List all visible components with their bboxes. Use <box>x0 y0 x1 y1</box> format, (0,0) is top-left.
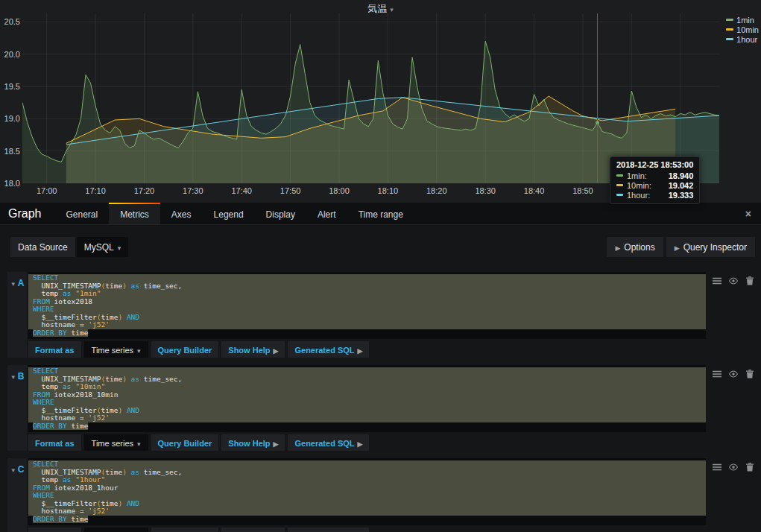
legend-item-10min[interactable]: 10min <box>726 25 759 34</box>
sql-line: $__timeFilter(time) AND <box>28 314 706 322</box>
x-axis-tick: 18:50 <box>566 186 599 195</box>
query-delete-trash-icon[interactable] <box>745 276 755 286</box>
tab-general[interactable]: General <box>54 203 109 224</box>
tooltip-row: 10min:19.042 <box>616 180 693 190</box>
query-toggle-visibility-eye-icon[interactable] <box>728 369 739 379</box>
sql-line: ORDER BY time <box>28 329 706 338</box>
query-builder-button[interactable]: Query Builder <box>151 341 219 358</box>
sql-line: temp as "1min" <box>28 290 706 298</box>
query-menu-icon[interactable] <box>712 276 722 286</box>
panel-title-dropdown[interactable]: 気温▾ <box>0 2 761 16</box>
editor-tabs: GeneralMetricsAxesLegendDisplayAlertTime… <box>54 203 414 224</box>
x-axis-tick: 18:40 <box>518 186 551 195</box>
close-editor-icon[interactable]: × <box>736 203 761 224</box>
query-toggle-visibility-eye-icon[interactable] <box>728 276 739 286</box>
legend-series-color <box>726 19 733 21</box>
chevron-right-icon: ▶ <box>675 244 680 252</box>
datasource-label: Data Source <box>10 237 75 257</box>
query-delete-trash-icon[interactable] <box>745 462 755 472</box>
sql-line: ORDER BY time <box>28 516 706 524</box>
tab-metrics[interactable]: Metrics <box>109 203 160 224</box>
sql-line: hostname = 'j52' <box>28 414 706 422</box>
query-icon-group-B <box>706 365 755 451</box>
generated-sql-button[interactable]: Generated SQL▶ <box>288 528 369 532</box>
query-menu-icon[interactable] <box>712 369 722 379</box>
query-actions-C: Format asTime series▾Query BuilderShow H… <box>28 528 706 532</box>
query-ref-label: B <box>18 371 25 381</box>
options-button[interactable]: ▶Options <box>607 237 663 257</box>
legend-item-1min[interactable]: 1min <box>726 15 759 25</box>
panel-menu-caret-icon: ▾ <box>390 6 394 13</box>
query-actions-A: Format asTime series▾Query BuilderShow H… <box>28 341 706 358</box>
x-axis-tick: 18:10 <box>371 186 404 195</box>
query-builder-button[interactable]: Query Builder <box>151 434 219 451</box>
tab-legend[interactable]: Legend <box>203 203 255 224</box>
query-inspector-button[interactable]: ▶Query Inspector <box>666 237 755 257</box>
y-axis-tick: 18.0 <box>1 179 20 188</box>
show-help-button[interactable]: Show Help▶ <box>221 528 285 532</box>
query-icon-group-C <box>706 458 755 532</box>
sql-editor-C[interactable]: SELECT UNIX_TIMESTAMP(time) as time_sec,… <box>28 458 706 525</box>
tab-alert[interactable]: Alert <box>306 203 347 224</box>
sql-line: UNIX_TIMESTAMP(time) as time_sec, <box>28 469 706 477</box>
chevron-down-icon: ▾ <box>118 244 121 252</box>
generated-sql-button[interactable]: Generated SQL▶ <box>288 434 369 451</box>
sql-editor-B[interactable]: SELECT UNIX_TIMESTAMP(time) as time_sec,… <box>28 365 706 432</box>
sql-line: $__timeFilter(time) AND <box>28 407 706 415</box>
format-as-label: Format as <box>28 434 81 451</box>
sql-line: hostname = 'j52' <box>28 507 706 516</box>
x-axis-tick: 17:30 <box>177 186 209 195</box>
query-collapse-B[interactable]: ▼B <box>7 365 27 451</box>
legend-series-color <box>726 38 733 40</box>
generated-sql-button[interactable]: Generated SQL▶ <box>288 341 369 358</box>
sql-line: hostname = 'j52' <box>28 321 706 329</box>
sql-line: FROM iotex2018_10min <box>28 391 706 399</box>
show-help-button[interactable]: Show Help▶ <box>221 434 285 451</box>
x-axis-tick: 18:20 <box>420 186 453 195</box>
datasource-select[interactable]: MySQL▾ <box>77 237 129 257</box>
chevron-right-icon: ▶ <box>274 440 279 448</box>
query-collapse-C[interactable]: ▼C <box>7 458 27 532</box>
query-toggle-visibility-eye-icon[interactable] <box>728 462 739 472</box>
sql-line: ORDER BY time <box>28 422 706 431</box>
format-as-select[interactable]: Time series▾ <box>84 341 148 358</box>
legend-item-1hour[interactable]: 1hour <box>726 34 759 44</box>
query-menu-icon[interactable] <box>712 462 722 472</box>
query-builder-button[interactable]: Query Builder <box>151 528 219 532</box>
chart-legend: 1min10min1hour <box>726 15 759 44</box>
chevron-down-icon: ▾ <box>137 440 141 448</box>
sql-editor-A[interactable]: SELECT UNIX_TIMESTAMP(time) as time_sec,… <box>28 272 706 339</box>
editor-tabbar: Graph GeneralMetricsAxesLegendDisplayAle… <box>0 203 761 225</box>
query-list: ▼ASELECT UNIX_TIMESTAMP(time) as time_se… <box>7 272 755 532</box>
y-axis-tick: 20.5 <box>1 17 20 26</box>
sql-line: temp as "10min" <box>28 383 706 391</box>
query-row-B: ▼BSELECT UNIX_TIMESTAMP(time) as time_se… <box>7 365 755 451</box>
datasource-row: Data Source MySQL▾ ▶Options ▶Query Inspe… <box>10 237 755 257</box>
sql-line: UNIX_TIMESTAMP(time) as time_sec, <box>28 282 706 291</box>
x-axis-tick: 17:50 <box>274 186 307 195</box>
x-axis-tick: 17:40 <box>225 186 258 195</box>
tab-time-range[interactable]: Time range <box>347 203 414 224</box>
x-axis-tick: 17:10 <box>79 186 112 195</box>
tooltip-row: 1min:18.940 <box>616 171 693 180</box>
y-axis-tick: 19.0 <box>1 114 20 123</box>
x-axis-tick: 17:00 <box>31 186 63 195</box>
format-as-select[interactable]: Time series▾ <box>84 528 148 532</box>
query-ref-label: C <box>18 464 25 475</box>
tooltip-timestamp: 2018-12-25 18:53:00 <box>616 160 693 169</box>
sql-line: FROM iotex2018 <box>28 298 706 306</box>
query-collapse-A[interactable]: ▼A <box>7 272 27 358</box>
format-as-select[interactable]: Time series▾ <box>84 434 148 451</box>
tab-axes[interactable]: Axes <box>160 203 203 224</box>
tab-display[interactable]: Display <box>255 203 306 224</box>
chevron-down-icon: ▾ <box>137 347 141 355</box>
format-as-label: Format as <box>28 341 81 358</box>
sql-line: $__timeFilter(time) AND <box>28 500 706 508</box>
panel-title: 気温 <box>367 3 387 14</box>
show-help-button[interactable]: Show Help▶ <box>221 341 285 358</box>
panel-type-label: Graph <box>0 203 54 224</box>
graph-panel: 気温▾ 18.018.519.019.520.020.5 17:0017:101… <box>0 0 761 203</box>
query-delete-trash-icon[interactable] <box>745 369 755 379</box>
query-actions-B: Format asTime series▾Query BuilderShow H… <box>28 434 706 451</box>
format-as-label: Format as <box>28 528 81 532</box>
